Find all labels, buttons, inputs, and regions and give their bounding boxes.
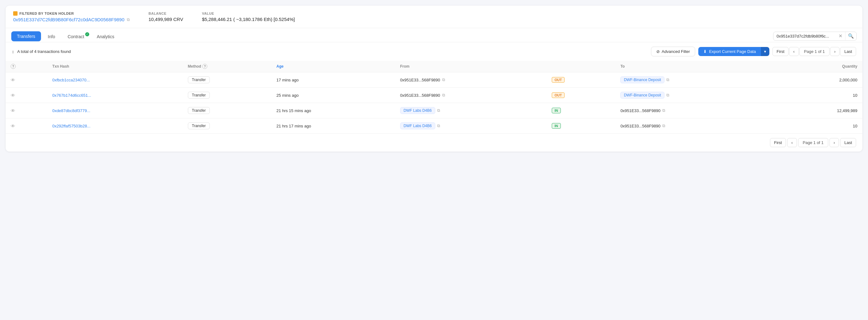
tabs-row: Transfers Info Contract ✓ Analytics ✕ 🔍	[6, 28, 862, 42]
top-next-button[interactable]: ›	[830, 47, 839, 56]
row-2-quantity: 12,499,989	[778, 103, 862, 118]
row-0-direction: OUT	[547, 72, 615, 88]
copy-from-icon[interactable]: ⧉	[442, 93, 445, 98]
row-3-from: DWF Labs D4B6⧉	[395, 118, 547, 134]
copy-from-icon[interactable]: ⧉	[437, 108, 440, 113]
bottom-next-button[interactable]: ›	[830, 138, 839, 147]
row-3-txhash: 0x292ffaf57503b28...	[47, 118, 183, 134]
balance-block: BALANCE 10,499,989 CRV	[148, 11, 183, 22]
col-header-age: Age	[272, 61, 395, 72]
table-row: 👁0x767b174d6cc651...Transfer25 mins ago0…	[6, 88, 862, 103]
tx-link[interactable]: 0xde87dbc8df3779...	[52, 108, 90, 113]
top-page-label: Page 1 of 1	[799, 47, 830, 56]
search-input[interactable]	[773, 32, 836, 40]
tab-analytics[interactable]: Analytics	[91, 32, 120, 42]
value-block: VALUE $5,288,446.21 ( ~3,180.1786 Eth) […	[202, 11, 294, 22]
row-0-txhash: 0xfbcb1cca234070...	[47, 72, 183, 88]
method-badge: Transfer	[188, 92, 210, 99]
row-2-direction: IN	[547, 103, 615, 118]
row-1-txhash: 0x767b174d6cc651...	[47, 88, 183, 103]
sort-icon: ↕	[12, 49, 14, 54]
row-1-age: 25 mins ago	[272, 88, 395, 103]
help-icon[interactable]: ?	[11, 64, 16, 69]
row-1-from: 0x951E33...568F9890⧉	[395, 88, 547, 103]
copy-address-icon[interactable]: ⧉	[127, 17, 130, 22]
row-2-from: DWF Labs D4B6⧉	[395, 103, 547, 118]
table-row: 👁0x292ffaf57503b28...Transfer21 hrs 17 m…	[6, 118, 862, 134]
row-2-method: Transfer	[183, 103, 272, 118]
to-addr: 0x951E33...568F9890	[620, 124, 660, 128]
row-0-to: DWF-Binance Deposit⧉	[615, 72, 778, 88]
eye-icon[interactable]: 👁	[11, 123, 16, 129]
tab-info[interactable]: Info	[42, 32, 61, 42]
copy-to-icon[interactable]: ⧉	[666, 93, 669, 98]
method-badge: Transfer	[188, 122, 210, 129]
tx-link[interactable]: 0x292ffaf57503b28...	[52, 124, 91, 128]
export-current-page-button[interactable]: ⬇ Export Current Page Data	[698, 47, 761, 56]
method-help-icon[interactable]: ?	[202, 64, 207, 69]
top-last-button[interactable]: Last	[840, 47, 856, 56]
row-0-quantity: 2,000,000	[778, 72, 862, 88]
row-1-method: Transfer	[183, 88, 272, 103]
export-dropdown-button[interactable]: ▾	[761, 47, 769, 56]
tab-contract[interactable]: Contract ✓	[62, 32, 90, 42]
from-addr: 0x951E33...568F9890	[400, 93, 440, 98]
from-badge: DWF Labs D4B6	[400, 107, 435, 114]
found-text: A total of 4 transactions found	[17, 49, 71, 54]
table-row: 👁0xfbcb1cca234070...Transfer17 mins ago0…	[6, 72, 862, 88]
bottom-page-label: Page 1 of 1	[798, 138, 829, 147]
direction-badge: OUT	[552, 77, 565, 83]
row-3-direction: IN	[547, 118, 615, 134]
row-1-quantity: 10	[778, 88, 862, 103]
tx-link[interactable]: 0xfbcb1cca234070...	[52, 78, 90, 82]
export-button-group: ⬇ Export Current Page Data ▾	[698, 47, 769, 56]
search-button[interactable]: 🔍	[845, 32, 857, 40]
eye-icon[interactable]: 👁	[11, 77, 16, 83]
row-0-eye: 👁	[6, 72, 47, 88]
row-3-to: 0x951E33...568F9890⧉	[615, 118, 778, 134]
row-1-to: DWF-Binance Deposit⧉	[615, 88, 778, 103]
col-header-from: From	[395, 61, 547, 72]
advanced-filter-button[interactable]: ⊘ Advanced Filter	[651, 47, 695, 56]
bottom-prev-button[interactable]: ‹	[787, 138, 797, 147]
eye-icon[interactable]: 👁	[11, 108, 16, 113]
col-header-to: To	[615, 61, 778, 72]
direction-badge: OUT	[552, 92, 565, 98]
row-2-eye: 👁	[6, 103, 47, 118]
row-1-eye: 👁	[6, 88, 47, 103]
tab-transfers[interactable]: Transfers	[11, 31, 41, 41]
col-header-method: Method ?	[183, 61, 272, 72]
table-row: 👁0xde87dbc8df3779...Transfer21 hrs 15 mi…	[6, 103, 862, 118]
filter-icon: ⊘	[656, 49, 660, 54]
row-2-txhash: 0xde87dbc8df3779...	[47, 103, 183, 118]
to-badge: DWF-Binance Deposit	[620, 76, 664, 83]
direction-badge: IN	[552, 123, 561, 129]
copy-to-icon[interactable]: ⧉	[662, 123, 665, 128]
yellow-indicator	[13, 11, 18, 15]
row-3-quantity: 10	[778, 118, 862, 134]
top-prev-button[interactable]: ‹	[789, 47, 799, 56]
bottom-first-button[interactable]: First	[770, 138, 786, 147]
copy-from-icon[interactable]: ⧉	[442, 77, 445, 82]
top-first-button[interactable]: First	[773, 47, 788, 56]
copy-to-icon[interactable]: ⧉	[666, 77, 669, 82]
clear-search-button[interactable]: ✕	[836, 32, 845, 40]
copy-from-icon[interactable]: ⧉	[437, 123, 440, 128]
filter-label: FILTERED BY TOKEN HOLDER	[13, 11, 130, 15]
row-3-method: Transfer	[183, 118, 272, 134]
token-holder-address[interactable]: 0x951E337d7C2fdB9B80F6cf72c0dAC9D0568F98…	[13, 17, 130, 22]
direction-badge: IN	[552, 108, 561, 113]
col-header-eye: ?	[6, 61, 47, 72]
transactions-table: ? Txn Hash Method ? Age From To Quantity…	[6, 61, 862, 133]
col-header-direction	[547, 61, 615, 72]
bottom-pager: First ‹ Page 1 of 1 › Last	[6, 133, 862, 152]
row-0-from: 0x951E33...568F9890⧉	[395, 72, 547, 88]
row-3-age: 21 hrs 17 mins ago	[272, 118, 395, 134]
tx-link[interactable]: 0x767b174d6cc651...	[52, 93, 91, 98]
eye-icon[interactable]: 👁	[11, 93, 16, 98]
from-badge: DWF Labs D4B6	[400, 122, 435, 129]
copy-to-icon[interactable]: ⧉	[662, 108, 665, 113]
download-icon: ⬇	[703, 49, 707, 54]
to-addr: 0x951E33...568F9890	[620, 108, 660, 113]
bottom-last-button[interactable]: Last	[840, 138, 856, 147]
